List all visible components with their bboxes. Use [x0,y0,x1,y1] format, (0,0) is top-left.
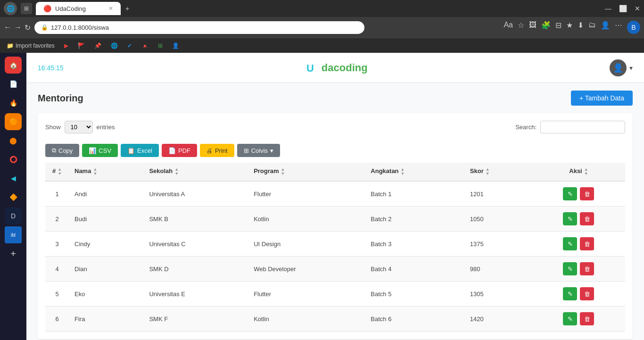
header-time: 16:45:15 [38,64,64,72]
cell-nama: Cindy [69,232,143,257]
page-title-row: Mentoring + Tambah Data [38,91,633,106]
cell-nama: Dian [69,257,143,282]
sidebar-icon-dark[interactable]: D [5,207,22,224]
sidebar-icon-orange[interactable]: 🟠 [5,113,22,130]
delete-button[interactable]: 🗑 [580,262,594,275]
cell-no: 5 [45,282,69,307]
new-tab-button[interactable]: + [121,2,134,15]
copy-button[interactable]: ⧉ Copy [45,144,79,157]
edit-button[interactable]: ✎ [563,262,577,275]
cell-program: Kotlin [248,307,365,332]
sidebar-icon-doc[interactable]: 📄 [5,75,22,92]
delete-button[interactable]: 🗑 [580,187,594,200]
screenshot-icon[interactable]: 🖼 [529,21,537,34]
col-nama[interactable]: Nama▲▼ [69,163,143,181]
minimize-button[interactable]: — [605,5,611,12]
more-icon[interactable]: ⋯ [615,21,622,34]
close-button[interactable]: ✕ [635,5,640,12]
reload-button[interactable]: ↻ [25,23,31,32]
print-icon: 🖨 [206,147,213,154]
user-menu[interactable]: 👤 ▾ [610,59,633,76]
edit-button[interactable]: ✎ [563,237,577,250]
cell-angkatan: Batch 1 [365,181,464,207]
bookmark-check[interactable]: ✔ [124,41,135,50]
bookmark-user[interactable]: 👤 [169,41,182,50]
bookmark-chrome[interactable]: 🌐 [108,41,121,50]
sidebar-icon-ibl[interactable]: ibl [5,226,22,243]
csv-button[interactable]: 📊 CSV [82,144,118,157]
col-program[interactable]: Program▲▼ [248,163,365,181]
entries-select[interactable]: 10 25 50 100 [65,121,93,133]
cell-nama: Eko [69,282,143,307]
cell-aksi: ✎ 🗑 [532,307,625,332]
sidebar-icon-add[interactable]: + [5,245,22,262]
bookmark-label: Import favorites [16,42,55,49]
collections-icon[interactable]: 🗂 [588,21,596,34]
edit-button[interactable]: ✎ [563,187,577,200]
download-icon[interactable]: ⬇ [578,21,584,34]
edit-button[interactable]: ✎ [563,287,577,300]
col-no[interactable]: #▲▼ [45,163,69,181]
bookmark-3[interactable]: 📌 [91,41,104,50]
print-button[interactable]: 🖨 Print [200,144,234,157]
table-header-row: #▲▼ Nama▲▼ Sekolah▲▼ Program▲▼ [45,163,625,181]
cell-program: Flutter [248,282,365,307]
svg-text:U: U [306,62,314,74]
data-table: #▲▼ Nama▲▼ Sekolah▲▼ Program▲▼ [45,163,625,332]
browser-tab-icon[interactable]: ⊞ [21,3,32,14]
logo-dacoding: dacoding [322,62,368,74]
excel-button[interactable]: 📋 Excel [121,144,159,157]
bookmark-youtube[interactable]: ▶ [61,41,71,50]
search-input[interactable] [540,121,625,133]
bookmark-drive[interactable]: 🔺 [139,41,151,50]
sidebar-icon-arrow[interactable]: ◀ [5,170,22,187]
cell-program: Kotlin [248,207,365,232]
colvis-dropdown-icon: ▾ [270,147,273,154]
delete-button[interactable]: 🗑 [580,237,594,250]
user-profile-button[interactable]: B [627,21,640,34]
favorites-icon[interactable]: ★ [566,21,573,34]
bookmark-flag[interactable]: 🚩 [75,41,88,50]
csv-icon: 📊 [89,147,96,154]
colvis-button[interactable]: ⊞ Colvis ▾ [237,144,280,157]
cell-no: 1 [45,181,69,207]
cell-skor: 1420 [464,307,532,332]
cell-angkatan: Batch 5 [365,282,464,307]
maximize-button[interactable]: ⬜ [619,5,627,12]
edit-button[interactable]: ✎ [563,312,577,325]
sidebar-icon-orange2[interactable]: 🔶 [5,189,22,206]
sidebar-icon-fire[interactable]: 🔥 [5,94,22,111]
delete-button[interactable]: 🗑 [580,312,594,325]
tab-close-icon[interactable]: ✕ [108,5,113,12]
browser-tab[interactable]: 🔴 UdaCoding ✕ [36,2,121,15]
bookmark-3-icon: 📌 [94,42,101,49]
sidebar-icon-circle[interactable]: ⬤ [5,132,22,149]
edit-button[interactable]: ✎ [563,212,577,225]
bookmark-import-favorites[interactable]: 📁 Import favorites [4,41,58,50]
tambah-data-button[interactable]: + Tambah Data [571,91,633,106]
pdf-button[interactable]: 📄 PDF [162,144,197,157]
sidebar-icon-home[interactable]: 🏠 [5,57,22,74]
address-bar[interactable]: 🔒 127.0.0.1:8000/siswa [34,21,364,34]
bookmark-sheets[interactable]: ⊞ [155,41,165,50]
reader-icon[interactable]: Aa [504,21,513,34]
split-view-icon[interactable]: ⊟ [555,21,561,34]
sidebar-icon-github[interactable]: ⭕ [5,151,22,168]
cell-aksi: ✎ 🗑 [532,257,625,282]
cell-nama: Budi [69,207,143,232]
profile-icon[interactable]: 👤 [601,21,610,34]
forward-button[interactable]: → [14,23,22,32]
col-sekolah[interactable]: Sekolah▲▼ [143,163,248,181]
back-button[interactable]: ← [4,23,11,32]
left-sidebar: 🏠 📄 🔥 🟠 ⬤ ⭕ ◀ 🔶 D ibl + [0,53,26,340]
user-dropdown-icon[interactable]: ▾ [629,64,633,72]
col-skor[interactable]: Skor▲▼ [464,163,532,181]
delete-button[interactable]: 🗑 [580,287,594,300]
table-row: 2 Budi SMK B Kotlin Batch 2 1050 ✎ 🗑 [45,207,625,232]
cell-no: 3 [45,232,69,257]
extensions-icon[interactable]: 🧩 [541,21,551,34]
user-avatar[interactable]: 👤 [610,59,627,76]
bookmark-star-icon[interactable]: ☆ [518,21,524,34]
col-angkatan[interactable]: Angkatan▲▼ [365,163,464,181]
delete-button[interactable]: 🗑 [580,212,594,225]
